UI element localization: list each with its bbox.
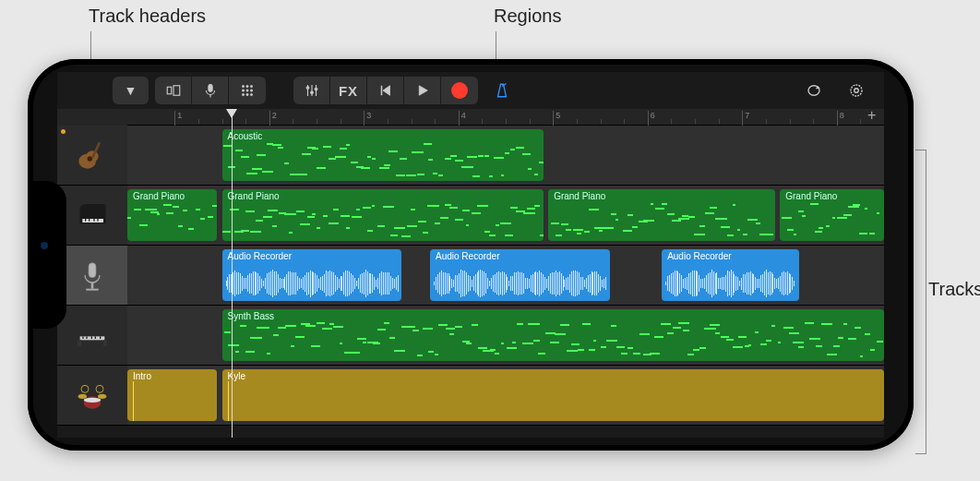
track-row: IntroKyle xyxy=(57,366,884,426)
track-lane[interactable]: Grand PianoGrand PianoGrand PianoGrand P… xyxy=(127,186,884,245)
region-label: Synth Bass xyxy=(228,311,879,321)
region[interactable]: Synth Bass xyxy=(222,309,885,361)
fx-icon: FX xyxy=(339,83,358,99)
browser-button[interactable] xyxy=(155,77,192,104)
region[interactable]: Grand Piano xyxy=(780,189,884,241)
svg-point-48 xyxy=(78,394,87,399)
track-row: Acoustic xyxy=(57,126,884,186)
svg-point-6 xyxy=(250,85,252,87)
region[interactable]: Kyle xyxy=(222,369,885,421)
track-row: Audio RecorderAudio RecorderAudio Record… xyxy=(57,246,884,306)
region[interactable]: Audio Recorder xyxy=(430,249,610,301)
sliders-icon xyxy=(304,82,320,99)
region-label: Kyle xyxy=(228,371,879,381)
svg-rect-2 xyxy=(208,84,212,91)
ruler-tick: 7 xyxy=(742,111,749,126)
settings-button[interactable] xyxy=(838,77,875,104)
region[interactable]: Grand Piano xyxy=(548,189,775,241)
track-header-acoustic[interactable] xyxy=(57,126,127,185)
svg-rect-39 xyxy=(82,336,83,339)
region-label: Intro xyxy=(133,371,211,381)
region-label: Grand Piano xyxy=(228,191,539,201)
tracks-area: AcousticGrand PianoGrand PianoGrand Pian… xyxy=(57,126,884,426)
region-label: Audio Recorder xyxy=(667,251,794,261)
ruler-corner xyxy=(57,109,127,126)
playhead[interactable] xyxy=(232,109,233,438)
svg-rect-32 xyxy=(97,219,98,222)
svg-rect-45 xyxy=(103,340,107,346)
svg-point-51 xyxy=(96,385,103,392)
svg-rect-35 xyxy=(91,283,94,289)
chevron-down-icon: ▼ xyxy=(125,83,137,98)
mic-button[interactable] xyxy=(192,77,229,104)
svg-rect-0 xyxy=(167,87,172,94)
ruler-tick: 8 xyxy=(837,111,844,126)
view-menu-button[interactable]: ▼ xyxy=(113,77,149,104)
annotation-bracket xyxy=(915,150,926,454)
region-label: Acoustic xyxy=(228,131,539,141)
annotation-track-headers: Track headers xyxy=(89,6,206,27)
fx-button[interactable]: FX xyxy=(330,77,367,104)
svg-point-8 xyxy=(246,90,248,91)
phone-notch xyxy=(28,181,66,329)
track-header-piano[interactable] xyxy=(57,186,127,245)
svg-rect-1 xyxy=(173,86,180,96)
record-button[interactable] xyxy=(441,77,478,104)
region[interactable]: Acoustic xyxy=(222,129,544,181)
svg-point-23 xyxy=(855,89,859,93)
ruler-tick: 1 xyxy=(174,111,182,126)
svg-point-49 xyxy=(98,394,106,399)
track-lane[interactable]: IntroKyle xyxy=(127,366,884,425)
region-label: Grand Piano xyxy=(785,191,878,201)
region-label: Grand Piano xyxy=(133,191,211,201)
mic-icon xyxy=(202,82,219,99)
mixer-button[interactable] xyxy=(293,77,330,104)
region[interactable]: Grand Piano xyxy=(222,189,544,241)
track-lane[interactable]: Audio RecorderAudio RecorderAudio Record… xyxy=(127,246,884,305)
track-row: Synth Bass xyxy=(57,306,884,366)
svg-rect-31 xyxy=(93,219,94,222)
svg-rect-33 xyxy=(89,263,96,278)
svg-point-47 xyxy=(84,398,102,403)
svg-point-5 xyxy=(246,85,248,87)
region[interactable]: Intro xyxy=(127,369,217,421)
ruler[interactable]: 12345678 + xyxy=(127,109,884,126)
track-header-audio[interactable] xyxy=(57,246,127,305)
track-indicator-dot xyxy=(61,129,66,134)
grid-icon xyxy=(239,82,256,99)
svg-rect-43 xyxy=(100,336,101,339)
add-track-button[interactable]: + xyxy=(867,109,880,122)
annotation-regions: Regions xyxy=(494,6,561,27)
play-icon xyxy=(414,82,431,99)
toolbar: ▼ FX xyxy=(57,72,884,109)
metronome-button[interactable] xyxy=(484,77,520,104)
track-row: Grand PianoGrand PianoGrand PianoGrand P… xyxy=(57,186,884,246)
svg-rect-40 xyxy=(86,336,87,339)
svg-point-18 xyxy=(315,88,317,90)
ruler-tick: 5 xyxy=(553,111,560,126)
track-lane[interactable]: Synth Bass xyxy=(127,306,884,365)
browser-icon xyxy=(165,82,182,99)
region[interactable]: Grand Piano xyxy=(127,189,217,241)
input-mode-group xyxy=(155,77,266,104)
rewind-button[interactable] xyxy=(367,77,404,104)
region[interactable]: Audio Recorder xyxy=(222,249,402,301)
region-label: Grand Piano xyxy=(554,191,770,201)
track-header-synth[interactable] xyxy=(57,306,127,365)
region[interactable]: Audio Recorder xyxy=(662,249,799,301)
svg-rect-29 xyxy=(85,219,86,222)
phone-frame: ▼ FX xyxy=(28,59,914,451)
play-button[interactable] xyxy=(404,77,441,104)
loop-button[interactable] xyxy=(795,77,832,104)
track-header-drums[interactable] xyxy=(57,366,127,425)
gear-icon xyxy=(848,82,865,99)
svg-rect-42 xyxy=(95,336,96,339)
svg-point-50 xyxy=(81,385,89,392)
record-icon xyxy=(451,82,468,99)
track-lane[interactable]: Acoustic xyxy=(127,126,884,185)
grid-button[interactable] xyxy=(229,77,266,104)
ruler-tick: 4 xyxy=(459,111,466,126)
svg-point-4 xyxy=(242,85,244,87)
svg-point-11 xyxy=(246,93,248,95)
skip-back-icon xyxy=(377,82,394,99)
